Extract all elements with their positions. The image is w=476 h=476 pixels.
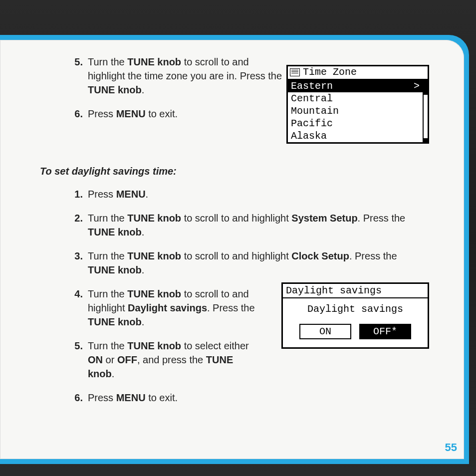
scrollbar-thumb[interactable] [424,84,428,95]
step-2: 2. Turn the TUNE knob to scroll to and h… [69,211,439,239]
t-bold: MENU [116,189,146,200]
t-bold: TUNE knob [88,84,142,95]
page-content: 5. Turn the TUNE knob to scroll to and h… [40,50,439,415]
lcd-daylight-savings: Daylight savings Daylight savings ON OFF… [281,282,429,349]
t: Turn the [88,56,127,67]
step-number: 5. [69,339,83,381]
step-number: 2. [69,211,83,239]
timezone-option-alaska[interactable]: Alaska [288,130,423,142]
step-number: 5. [69,55,83,97]
lcd-title-bar: Time Zone [288,66,428,80]
t-bold: MENU [116,392,146,403]
lcd-body: Daylight savings ON OFF* [283,298,428,347]
t-bold: TUNE knob [127,288,181,299]
timezone-option-eastern[interactable]: Eastern > [288,80,423,92]
t: . Press the [358,213,406,224]
step-text: Turn the TUNE knob to scroll to and high… [88,249,407,277]
lcd-body: Eastern > Central Mountain Pacific Alask… [288,80,428,142]
t-bold: TUNE knob [127,56,181,67]
page-number: 55 [445,441,457,454]
t: . [142,264,145,275]
t-bold: System Setup [291,213,357,224]
step-6: 6. Press MENU to exit. [69,391,439,405]
chevron-right-icon: > [414,80,420,92]
t-bold: TUNE knob [88,264,142,275]
step-text: Turn the TUNE knob to select either ON o… [88,339,257,381]
t: Turn the [88,288,127,299]
manual-page: 5. Turn the TUNE knob to scroll to and h… [0,40,464,459]
t: Turn the [88,340,127,351]
timezone-list: Eastern > Central Mountain Pacific Alask… [288,80,423,142]
t: or [103,354,117,365]
step-number: 1. [69,187,83,201]
t: Turn the [88,250,127,261]
t: Turn the [88,213,127,224]
step-1: 1. Press MENU. [69,187,439,201]
step-text: Turn the TUNE knob to scroll to and high… [88,211,407,239]
t: Press [88,108,116,119]
lcd-title: Daylight savings [283,284,428,298]
t-bold: MENU [116,108,146,119]
t: . Press the [207,302,255,313]
t-bold: TUNE knob [88,227,142,238]
scrollbar[interactable] [423,80,428,142]
t-bold: TUNE knob [127,340,181,351]
t: . [142,84,145,95]
t: . [112,368,115,379]
option-label: Eastern [291,80,333,92]
t: . Press the [349,250,397,261]
t-bold: Daylight savings [128,302,207,313]
step-number: 6. [69,391,83,405]
t: . [142,227,145,238]
daylight-off-button[interactable]: OFF* [359,324,411,339]
t-bold: TUNE knob [127,250,181,261]
t: Press [88,189,116,200]
step-text: Press MENU. [88,187,407,201]
t-bold: ON [88,354,103,365]
step-number: 6. [69,107,83,121]
step-text: Turn the TUNE knob to scroll to and high… [88,287,257,329]
setting-label: Daylight savings [283,303,428,315]
daylight-on-button[interactable]: ON [299,324,351,339]
step-number: 4. [69,287,83,329]
t-bold: TUNE knob [127,213,181,224]
t-bold: OFF [117,354,137,365]
step-number: 3. [69,249,83,277]
timezone-option-pacific[interactable]: Pacific [288,117,423,130]
t: to scroll to and highlight [181,213,291,224]
t: to exit. [146,392,178,403]
step-3: 3. Turn the TUNE knob to scroll to and h… [69,249,439,277]
t: to scroll to and highlight [181,250,291,261]
toggle-group: ON OFF* [283,324,428,342]
t: Press [88,392,116,403]
section-heading: To set daylight savings time: [40,166,439,177]
t-bold: Clock Setup [291,250,349,261]
lcd-time-zone: Time Zone Eastern > Central Mountain Pac… [286,65,429,144]
t: , and press the [137,354,206,365]
t: to exit. [146,108,178,119]
t: . [142,316,145,327]
step-text: Turn the TUNE knob to scroll to and high… [88,55,287,97]
step-text: Press MENU to exit. [88,391,407,405]
timezone-option-mountain[interactable]: Mountain [288,105,423,117]
t-bold: TUNE knob [88,316,142,327]
t: to select either [181,340,249,351]
t: . [146,189,149,200]
lcd-title: Time Zone [303,66,357,78]
timezone-option-central[interactable]: Central [288,92,423,105]
list-icon [290,68,300,76]
